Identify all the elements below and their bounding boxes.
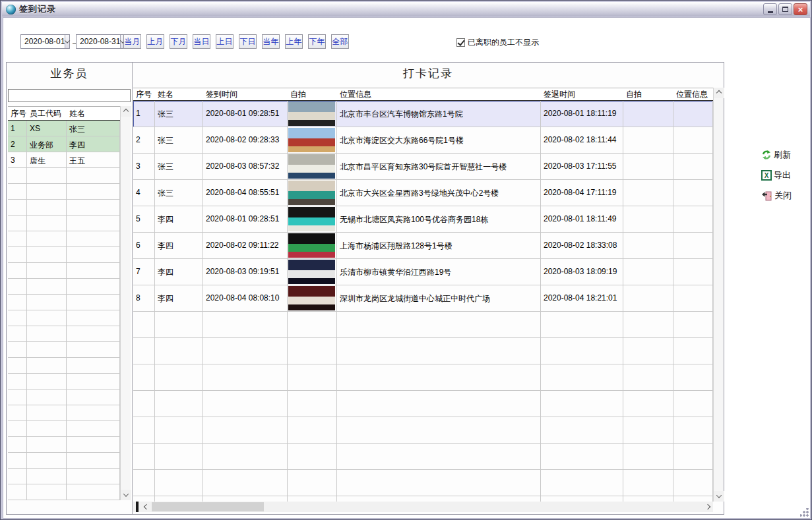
cell-checkin[interactable]: 2020-08-01 09:28:51 [203,101,288,127]
range-button-next-day[interactable]: 下日 [239,34,257,49]
cell-checkout[interactable]: 2020-08-03 18:09:19 [541,259,623,285]
selfie-photo[interactable] [288,154,335,179]
cell-code[interactable]: XS [27,121,67,136]
column-header[interactable]: 序号 [133,89,155,100]
cell-location[interactable]: 北京市丰台区汽车博物馆东路1号院 [337,101,541,127]
cell-location[interactable]: 北京市大兴区金星西路3号绿地兴茂中心2号楼 [337,180,541,206]
cell-checkout-selfie[interactable] [623,101,673,127]
cell-checkout-location[interactable] [673,154,713,180]
cell-name[interactable]: 张三 [67,121,120,136]
date-from-combo[interactable]: 2020-08-01 [20,34,70,49]
cell-selfie[interactable] [288,259,337,285]
cell-no[interactable]: 1 [8,121,27,136]
cell-checkout[interactable]: 2020-08-04 17:11:19 [541,180,623,206]
range-button-prev-day[interactable]: 上日 [216,34,234,49]
column-header[interactable]: 姓名 [67,108,120,119]
column-header[interactable]: 自拍 [623,89,673,100]
cell-name[interactable]: 张三 [155,154,203,180]
selfie-photo[interactable] [288,207,335,231]
column-header[interactable]: 签到时间 [203,89,288,100]
cell-no[interactable]: 6 [133,233,155,259]
cell-checkin[interactable]: 2020-08-04 08:55:51 [203,180,288,206]
maximize-button[interactable] [778,3,792,15]
salesperson-row[interactable]: 3唐生王五 [8,152,120,168]
cell-checkout[interactable]: 2020-08-03 17:11:55 [541,154,623,180]
cell-checkout-location[interactable] [673,180,713,206]
cell-location[interactable]: 乐清市柳市镇黄华沿江西路19号 [337,259,541,285]
cell-location[interactable]: 上海市杨浦区翔殷路128号1号楼 [337,233,541,259]
range-button-all[interactable]: 全部 [331,34,349,49]
cell-name[interactable]: 李四 [67,136,120,152]
column-header[interactable]: 位置信息 [337,89,541,100]
record-row[interactable]: 2张三2020-08-02 09:28:33北京市海淀区交大东路66号院1号楼2… [133,127,713,154]
scroll-down-icon[interactable] [714,491,724,502]
record-row[interactable]: 8李四2020-08-04 08:08:10深圳市龙岗区龙城街道中心城正中时代广… [133,285,713,312]
cell-code[interactable]: 唐生 [27,152,67,168]
column-header[interactable]: 姓名 [155,89,203,100]
date-to-combo[interactable]: 2020-08-31 [76,34,125,49]
cell-checkout-selfie[interactable] [623,233,673,259]
cell-no[interactable]: 2 [133,127,155,154]
cell-selfie[interactable] [288,127,337,154]
column-header[interactable]: 序号 [8,108,27,119]
selfie-photo[interactable] [288,260,335,284]
records-vscrollbar[interactable] [713,88,724,502]
cell-selfie[interactable] [288,285,337,312]
export-button[interactable]: X导出 [761,169,792,181]
range-button-prev-year[interactable]: 上年 [285,34,303,49]
close-panel-button[interactable]: 关闭 [761,190,792,202]
selfie-photo[interactable] [288,101,335,126]
cell-checkout-selfie[interactable] [623,154,673,180]
cell-checkin[interactable]: 2020-08-02 09:11:22 [203,233,288,259]
cell-selfie[interactable] [288,206,337,233]
records-hscrollbar[interactable] [133,502,713,512]
cell-location[interactable]: 北京市昌平区育知东路30号院首开智慧社一号楼 [337,154,541,180]
record-row[interactable]: 7李四2020-08-03 09:19:51乐清市柳市镇黄华沿江西路19号202… [133,259,713,285]
cell-checkout[interactable]: 2020-08-04 18:21:01 [541,285,623,312]
cell-name[interactable]: 张三 [155,101,203,127]
cell-checkout-location[interactable] [673,101,713,127]
cell-checkout-location[interactable] [673,259,713,285]
salesperson-filter-input[interactable] [8,89,131,102]
cell-selfie[interactable] [288,180,337,206]
scroll-down-icon[interactable] [121,490,131,500]
scroll-up-icon[interactable] [714,88,724,98]
cell-checkout-selfie[interactable] [623,285,673,312]
cell-checkout-location[interactable] [673,206,713,233]
cell-checkout-selfie[interactable] [623,127,673,154]
selfie-photo[interactable] [288,286,335,310]
record-row[interactable]: 5李四2020-08-01 09:28:51无锡市北塘区凤宾路100号优谷商务园… [133,206,713,233]
column-header[interactable]: 自拍 [288,89,337,100]
range-button-current-day[interactable]: 当日 [193,34,210,49]
cell-checkout[interactable]: 2020-08-02 18:11:44 [541,127,623,154]
cell-name[interactable]: 李四 [155,206,203,233]
cell-checkout-location[interactable] [673,127,713,154]
record-row[interactable]: 3张三2020-08-03 08:57:32北京市昌平区育知东路30号院首开智慧… [133,154,713,180]
resize-grip[interactable] [800,508,809,517]
scroll-left-icon[interactable] [141,502,152,512]
refresh-button[interactable]: 刷新 [761,149,792,161]
scroll-right-icon[interactable] [703,502,713,512]
cell-selfie[interactable] [288,233,337,259]
minimize-button[interactable] [763,3,777,15]
hscroll-track[interactable] [152,502,703,512]
range-button-current-month[interactable]: 当月 [123,34,141,49]
selfie-photo[interactable] [288,128,335,152]
cell-selfie[interactable] [288,154,337,180]
cell-no[interactable]: 3 [8,152,27,168]
column-header[interactable]: 签退时间 [541,89,623,100]
cell-checkout-location[interactable] [673,285,713,312]
hscroll-splitter[interactable] [136,502,139,512]
cell-checkout-selfie[interactable] [623,180,673,206]
cell-no[interactable]: 8 [133,285,155,312]
salesperson-row[interactable]: 1XS张三 [8,121,120,136]
hscroll-thumb[interactable] [152,502,264,511]
cell-checkin[interactable]: 2020-08-04 08:08:10 [203,285,288,312]
cell-checkin[interactable]: 2020-08-03 09:19:51 [203,259,288,285]
record-row[interactable]: 4张三2020-08-04 08:55:51北京市大兴区金星西路3号绿地兴茂中心… [133,180,713,206]
cell-location[interactable]: 深圳市龙岗区龙城街道中心城正中时代广场 [337,285,541,312]
cell-checkout[interactable]: 2020-08-02 18:33:08 [541,233,623,259]
cell-no[interactable]: 7 [133,259,155,285]
close-window-button[interactable]: × [794,3,807,15]
cell-name[interactable]: 李四 [155,285,203,312]
